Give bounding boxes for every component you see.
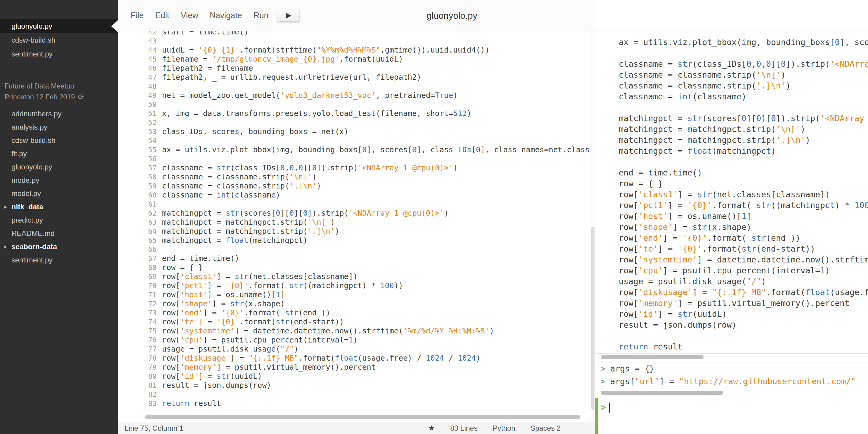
file-item[interactable]: ▸nltk_data xyxy=(0,200,118,213)
code-token: ] = xyxy=(668,201,688,210)
console-prompt[interactable]: > xyxy=(595,398,868,434)
code-token: 100 xyxy=(380,281,394,290)
code-token: ((matchingpct) * xyxy=(771,201,855,210)
refresh-icon[interactable]: ⟳ xyxy=(78,93,84,101)
code-token: '{0}' xyxy=(682,233,707,242)
code-token: row[ xyxy=(619,211,638,221)
code-token: 'cpu' xyxy=(638,266,663,275)
menu-item-navigate[interactable]: Navigate xyxy=(210,11,242,20)
console-pane: ← Project >_ Terminal access Sessions ▾ … xyxy=(595,0,868,434)
file-item[interactable]: sentiment.py xyxy=(0,254,118,267)
code-token: ], class_IDs[ xyxy=(417,145,476,154)
editor-vertical-scrollbar[interactable] xyxy=(590,31,595,422)
code-token: ] = psutil.cpu_percent(interval= xyxy=(663,266,820,275)
file-item[interactable]: addnumbers.py xyxy=(0,107,118,121)
code-token: row[ xyxy=(162,272,180,281)
open-file-item[interactable]: cdsw-build.sh xyxy=(0,33,118,47)
file-item[interactable]: model.py xyxy=(0,187,118,200)
file-item[interactable]: mode.py xyxy=(0,174,118,187)
menu-item-edit[interactable]: Edit xyxy=(155,11,169,20)
file-item-label: README.md xyxy=(11,229,55,237)
file-item[interactable]: ▸seaborn-data xyxy=(0,240,118,254)
code-line-text: row['diskusage'] = "{:.1f} MB".format(fl… xyxy=(162,354,480,363)
code-token: args[ xyxy=(610,377,635,386)
code-token: 1 xyxy=(820,266,825,275)
project-title: Future of Data Meetup Princeton 12 Feb 2… xyxy=(0,81,118,102)
console-line-text: row['te'] = '{0}'.format(str(end-start)) xyxy=(619,243,815,254)
code-token: matchingpct = xyxy=(619,146,688,156)
folder-collapsed-icon: ▸ xyxy=(4,240,7,254)
code-token: ] = xyxy=(198,318,216,326)
code-token: ] = xyxy=(208,281,226,290)
menu-item-view[interactable]: View xyxy=(181,11,198,20)
code-line: 48 xyxy=(118,82,595,91)
code-token: (matchingpct) xyxy=(712,146,776,156)
code-token: (uuidL) xyxy=(692,309,727,319)
code-token: str xyxy=(226,209,239,218)
code-token: 0 xyxy=(835,37,840,47)
menu-item-run[interactable]: Run xyxy=(254,11,269,20)
open-file-item[interactable]: gluonyolo.py xyxy=(0,19,118,33)
console-output-line: classname = str(class_IDs[0,0,0][0]).str… xyxy=(595,59,868,69)
console-history-line: >args = {} xyxy=(595,362,868,375)
file-item-label: addnumbers.py xyxy=(11,110,61,118)
open-file-item[interactable]: sentiment.py xyxy=(0,47,118,61)
code-token: row[ xyxy=(162,281,180,290)
star-icon[interactable]: ★ xyxy=(428,424,435,433)
code-token: class_IDs, scores, bounding_boxs = net(x… xyxy=(162,127,348,136)
code-token: ], class_names=net.classes) xyxy=(480,145,595,154)
code-token: return xyxy=(162,399,189,408)
file-item[interactable]: predict.py xyxy=(0,213,118,227)
folder-collapsed-icon: ▸ xyxy=(4,200,7,213)
code-line-text: filepath2, _ = urllib.request.urlretriev… xyxy=(162,73,421,82)
console-horizontal-scrollbar[interactable] xyxy=(601,391,723,395)
line-number: 60 xyxy=(118,191,162,200)
open-file-label: sentiment.py xyxy=(11,50,53,58)
console-horizontal-scrollbar[interactable] xyxy=(601,355,704,359)
status-bar: Line 75, Column 1 ★ 83 Lines Python Spac… xyxy=(118,422,595,434)
run-button[interactable] xyxy=(277,10,300,22)
file-item[interactable]: cdsw-build.sh xyxy=(0,134,118,147)
project-title-line1: Future of Data Meetup xyxy=(4,82,74,90)
code-line-text: row['class1'] = str(net.classes[classnam… xyxy=(162,272,358,281)
code-token: 'class1' xyxy=(180,272,216,281)
code-token: (net.classes[classname]) xyxy=(712,190,830,199)
code-token: row[ xyxy=(619,201,638,210)
line-number: 63 xyxy=(118,218,162,227)
code-token: matchingpct = matchingpct.strip( xyxy=(619,125,776,134)
code-token: 0 xyxy=(312,163,317,172)
file-item[interactable]: fit.py xyxy=(0,147,118,160)
code-token: (classname) xyxy=(692,92,746,101)
code-editor[interactable]: 42start = time.time()4344uuidL = '{0}_{1… xyxy=(118,31,595,422)
code-token: matchingpct = xyxy=(162,209,226,218)
code-line-text: row['shape'] = str(x.shape) xyxy=(162,299,285,308)
project-file-list: addnumbers.pyanalysis.pycdsw-build.shfit… xyxy=(0,107,118,267)
line-number: 82 xyxy=(118,390,162,399)
code-token: '\n[' xyxy=(756,70,781,79)
code-token: '.]\n' xyxy=(308,227,335,236)
open-files-list: gluonyolo.pycdsw-build.shsentiment.py xyxy=(0,0,118,61)
code-token: , xyxy=(294,163,299,172)
code-token: ] = xyxy=(658,244,678,254)
console-line-text: matchingpct = str(scores[0][0][0]).strip… xyxy=(619,113,868,124)
code-line-text: start = time.time() xyxy=(162,31,248,37)
file-item[interactable]: README.md xyxy=(0,227,118,240)
editor-horizontal-scrollbar[interactable] xyxy=(145,415,580,419)
code-token: 'id' xyxy=(180,372,198,380)
code-token: ], scores[ xyxy=(367,145,412,154)
code-token: row[ xyxy=(162,299,180,308)
editor-vertical-scrollbar-thumb[interactable] xyxy=(591,227,594,410)
file-item[interactable]: gluonyolo.py xyxy=(0,160,118,174)
file-item[interactable]: analysis.py xyxy=(0,121,118,134)
code-token: , xyxy=(761,59,766,69)
code-token: float xyxy=(335,354,358,362)
menu-item-file[interactable]: File xyxy=(130,11,144,20)
code-token: str xyxy=(230,299,244,308)
code-token: ) xyxy=(467,109,471,118)
code-token: str xyxy=(756,201,771,210)
code-token: "url" xyxy=(635,377,659,386)
code-line-text: matchingpct = matchingpct.strip('.]\n') xyxy=(162,227,339,236)
code-token: (x.shape) xyxy=(244,299,285,308)
code-token: True xyxy=(435,91,453,100)
console-line-text: row['id'] = str(uuidL) xyxy=(619,309,727,320)
